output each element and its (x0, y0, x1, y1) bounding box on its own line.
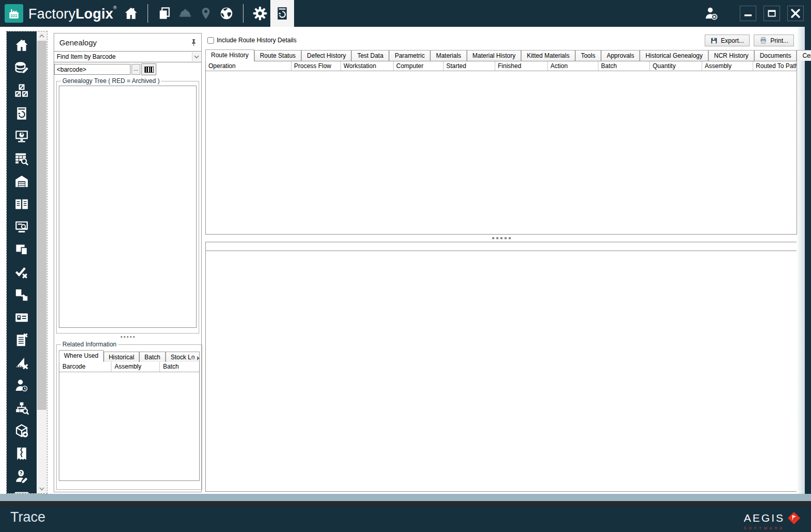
tab-route-history[interactable]: Route History (205, 49, 254, 61)
column-header-quantity[interactable]: Quantity (650, 61, 702, 71)
column-header-routed-to-pathway[interactable]: Routed To Pathway (753, 61, 797, 71)
minimize-button[interactable] (740, 6, 756, 21)
column-header-batch[interactable]: Batch (598, 61, 650, 71)
bottom-strip-light (0, 494, 811, 501)
tab-historical-genealogy[interactable]: Historical Genealogy (640, 50, 708, 61)
tab-materials[interactable]: Materials (430, 50, 467, 61)
column-header-computer[interactable]: Computer (394, 61, 444, 71)
print-button[interactable]: Print... (754, 35, 794, 46)
include-route-history-details-checkbox[interactable] (207, 37, 214, 44)
browse-button[interactable]: ... (132, 64, 140, 75)
window-edge (805, 27, 811, 494)
scroll-down-icon[interactable] (37, 485, 47, 493)
app-title: FactoryLogix® (28, 5, 117, 22)
sidebar-item-cube-arrow[interactable] (13, 422, 30, 440)
sidebar-item-list-x[interactable] (13, 331, 30, 349)
sidebar-item-check-x[interactable] (13, 263, 30, 281)
column-header-started[interactable]: Started (444, 61, 495, 71)
sidebar-item-page-transfer[interactable] (13, 286, 30, 304)
column-header-assembly[interactable]: Assembly (702, 61, 753, 71)
window-edge-gradient (797, 27, 805, 494)
tab-scroll-left-icon[interactable] (191, 356, 194, 360)
pin-icon[interactable] (190, 39, 197, 46)
maximize-button[interactable] (764, 6, 780, 21)
close-button[interactable] (787, 6, 804, 21)
related-information-label: Related Information (61, 341, 118, 348)
related-grid[interactable]: Barcode Assembly Batch (59, 361, 200, 481)
sidebar-item-warehouse[interactable] (13, 173, 30, 190)
related-tab-strip: Where Used Historical Batch Stock Lo (59, 350, 200, 362)
barcode-input[interactable] (54, 64, 131, 75)
tab-where-used[interactable]: Where Used (59, 350, 104, 362)
svg-text:?: ? (20, 470, 22, 476)
tab-route-status[interactable]: Route Status (254, 50, 301, 61)
related-grid-header: Barcode Assembly Batch (59, 362, 199, 372)
tab-batch[interactable]: Batch (139, 352, 166, 362)
column-header-assembly[interactable]: Assembly (111, 362, 160, 372)
genealogy-splitter[interactable] (54, 334, 201, 340)
include-route-history-details-label: Include Route History Details (217, 37, 297, 44)
user-logout-icon[interactable] (701, 0, 721, 27)
sidebar-item-product-blocks[interactable] (13, 82, 30, 99)
tab-parametric[interactable]: Parametric (389, 50, 430, 61)
tab-defect-history[interactable]: Defect History (301, 50, 351, 61)
tab-documents[interactable]: Documents (754, 50, 797, 61)
tab-certifications[interactable]: Certifications (797, 50, 811, 61)
tab-kitted-materials[interactable]: Kitted Materials (521, 50, 575, 61)
home-icon[interactable] (121, 0, 141, 27)
tab-historical[interactable]: Historical (104, 352, 139, 362)
sidebar-scrollbar[interactable] (37, 31, 47, 493)
main-splitter[interactable] (205, 235, 797, 242)
sidebar-item-windows-pages[interactable] (13, 241, 30, 258)
column-header-process-flow[interactable]: Process Flow (291, 61, 341, 71)
aegis-logo-text: AEGIS (744, 512, 785, 524)
tab-ncr-history[interactable]: NCR History (708, 50, 754, 61)
sidebar-item-dashboard-monitor[interactable] (13, 127, 30, 145)
tab-scroll-right-icon[interactable] (197, 356, 200, 360)
find-mode-value: Find Item by Barcode (57, 53, 116, 60)
sidebar-item-table-search[interactable] (13, 150, 30, 168)
trace-active-tool[interactable] (270, 0, 294, 27)
column-header-workstation[interactable]: Workstation (341, 61, 394, 71)
sidebar-item-id-card[interactable] (13, 309, 30, 326)
sidebar-item-ruler-x[interactable] (13, 354, 30, 372)
column-header-operation[interactable]: Operation (206, 61, 291, 71)
barcode-scan-button[interactable] (141, 63, 156, 75)
sidebar-item-trace-book[interactable] (13, 105, 30, 122)
sidebar-item-person-clock[interactable] (13, 377, 30, 394)
documents-icon[interactable] (154, 0, 175, 27)
titlebar-divider (243, 4, 244, 23)
genealogy-panel: Genealogy Find Item by Barcode ... Genea… (54, 33, 202, 492)
sidebar-item-device-panel[interactable] (13, 490, 30, 493)
scroll-up-icon[interactable] (37, 31, 47, 40)
sidebar-item-hierarchy-search[interactable] (13, 400, 30, 417)
route-history-grid-header: Operation Process Flow Workstation Compu… (206, 61, 797, 71)
sidebar-item-person-question-edit[interactable]: ? (13, 468, 30, 485)
export-button[interactable]: Export... (705, 35, 750, 46)
main-tab-strip: Route History Route Status Defect Histor… (205, 49, 797, 61)
column-header-action[interactable]: Action (548, 61, 598, 71)
save-icon (710, 37, 718, 44)
sidebar-item-torn-label[interactable] (13, 445, 30, 462)
route-history-grid[interactable]: Operation Process Flow Workstation Compu… (205, 61, 797, 235)
column-header-batch[interactable]: Batch (160, 362, 199, 372)
scrollbar-thumb[interactable] (37, 41, 46, 410)
tab-tools[interactable]: Tools (575, 50, 601, 61)
column-header-finished[interactable]: Finished (495, 61, 548, 71)
sidebar-item-data-edit[interactable] (13, 59, 30, 77)
tab-material-history[interactable]: Material History (467, 50, 521, 61)
tab-approvals[interactable]: Approvals (601, 50, 640, 61)
detail-panel[interactable] (205, 251, 797, 492)
sidebar-item-home[interactable] (13, 37, 30, 54)
factory-logo-icon (5, 4, 23, 23)
tab-test-data[interactable]: Test Data (351, 50, 389, 61)
barcode-icon (144, 66, 154, 73)
find-mode-dropdown[interactable]: Find Item by Barcode (54, 51, 201, 62)
settings-gear-icon[interactable] (250, 0, 270, 27)
genealogy-tree-area[interactable] (59, 86, 197, 328)
column-header-barcode[interactable]: Barcode (59, 362, 111, 372)
sidebar-item-monitor-search[interactable] (13, 218, 30, 236)
sidebar-item-open-book[interactable] (13, 195, 30, 213)
globe-icon[interactable] (216, 0, 237, 27)
printer-icon (759, 37, 767, 44)
